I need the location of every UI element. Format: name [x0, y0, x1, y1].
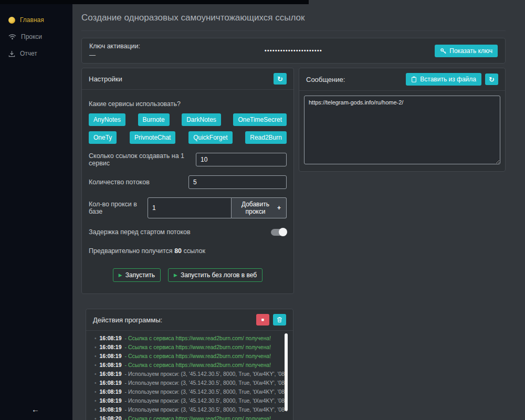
- log-entry: • 16:08:20 - Ссылка с сервиса https://ww…: [91, 414, 288, 420]
- sidebar-item-label: Отчет: [20, 50, 37, 57]
- log-message: - Используем прокси: (3, '45.142.30.5', …: [125, 371, 288, 377]
- proxy-count-input[interactable]: [148, 197, 232, 218]
- wifi-icon: [8, 34, 16, 40]
- message-title: Сообщение:: [306, 76, 345, 83]
- home-icon: [8, 17, 15, 24]
- masked-key: ••••••••••••••••••••••: [265, 48, 322, 54]
- service-button[interactable]: PrivnoteChat: [130, 131, 175, 144]
- estimate-count: 80: [174, 247, 182, 255]
- sidebar-item-report[interactable]: Отчет: [0, 45, 72, 62]
- sidebar-item-label: Прокси: [21, 33, 42, 40]
- log-message: - Используем прокси: (3, '45.142.30.5', …: [125, 388, 288, 395]
- links-per-service-label: Сколько ссылок создавать на 1 сервис: [89, 152, 196, 167]
- log-entry: • 16:08:19 - Ссылка с сервиса https://ww…: [91, 360, 288, 369]
- run-no-logs-button[interactable]: ▶ Запустить без логов в веб: [168, 268, 262, 282]
- log-entry: • 16:08:19 - Ссылка с сервиса https://ww…: [91, 333, 288, 342]
- main-content: Создание одноразовых самоуничтожающихся …: [72, 0, 525, 420]
- log-message: - Ссылка с сервиса https://www.read2burn…: [125, 335, 271, 341]
- log-entry: • 16:08:19 - Ссылка с сервиса https://ww…: [91, 351, 288, 360]
- stop-icon: ■: [261, 317, 264, 322]
- log-message: - Используем прокси: (3, '45.142.30.5', …: [125, 397, 288, 404]
- delay-toggle[interactable]: [271, 229, 287, 236]
- bullet-icon: •: [94, 380, 97, 386]
- bullet-icon: •: [94, 335, 97, 341]
- play-icon: ▶: [174, 272, 177, 278]
- bullet-icon: •: [94, 371, 97, 377]
- log-entry: • 16:08:19 - Используем прокси: (3, '45.…: [91, 405, 288, 414]
- activation-key-value: —: [89, 51, 265, 59]
- log-scrollbar: [285, 333, 288, 420]
- links-per-service-input[interactable]: [196, 153, 287, 166]
- page-title: Создание одноразовых самоуничтожающихся …: [81, 13, 506, 31]
- services-list: AnyNotes Burnote DarkNotes OneTimeSecret…: [89, 113, 287, 144]
- log-message: - Ссылка с сервиса https://www.read2burn…: [125, 415, 271, 420]
- log-timestamp: 16:08:19: [100, 371, 122, 377]
- sidebar-nav: Главная Прокси Отчет: [0, 0, 72, 62]
- log-timestamp: 16:08:19: [100, 335, 122, 341]
- service-button[interactable]: DarkNotes: [182, 113, 221, 126]
- clipboard-icon: [411, 76, 417, 82]
- service-button[interactable]: AnyNotes: [89, 113, 125, 126]
- delay-label: Задержка перед стартом потоков: [89, 228, 191, 236]
- log-entry: • 16:08:19 - Используем прокси: (3, '45.…: [91, 369, 288, 378]
- settings-title: Настройки: [89, 75, 122, 83]
- key-icon: [440, 48, 446, 54]
- log-scrollbar-thumb[interactable]: [285, 333, 288, 411]
- sidebar-item-home[interactable]: Главная: [0, 12, 72, 28]
- log-timestamp: 16:08:19: [100, 397, 122, 404]
- bullet-icon: •: [94, 416, 97, 420]
- sidebar-item-label: Главная: [20, 16, 44, 24]
- actions-title: Действия программы:: [93, 316, 162, 324]
- log-timestamp: 16:08:19: [100, 344, 122, 350]
- threads-label: Количество потоков: [89, 178, 150, 186]
- add-proxy-button[interactable]: Добавить прокси +: [232, 197, 287, 218]
- download-icon: [8, 50, 15, 57]
- bullet-icon: •: [94, 407, 97, 413]
- settings-refresh-button[interactable]: ↻: [274, 73, 287, 85]
- log-timestamp: 16:08:19: [100, 380, 122, 386]
- log-entry: • 16:08:19 - Ссылка с сервиса https://ww…: [91, 342, 288, 351]
- activation-key-label: Ключ активации:: [89, 43, 265, 50]
- services-question: Какие сервисы использовать?: [89, 100, 287, 108]
- log-entry: • 16:08:19 - Используем прокси: (3, '45.…: [91, 378, 288, 387]
- refresh-icon: ↻: [277, 75, 283, 83]
- service-button[interactable]: OneTimeSecret: [233, 113, 287, 126]
- show-key-button[interactable]: Показать ключ: [435, 45, 498, 57]
- service-button[interactable]: Burnote: [138, 113, 170, 126]
- message-textarea[interactable]: https://telegram-gods.info/ru/home-2/: [304, 96, 500, 164]
- proxy-count-label: Кол-во прокси в базе: [89, 201, 148, 215]
- stop-button[interactable]: ■: [256, 314, 269, 326]
- log-entry: • 16:08:19 - Используем прокси: (3, '45.…: [91, 396, 288, 405]
- estimate-text: Предварительно получится 80 ссылок: [89, 247, 287, 255]
- bullet-icon: •: [94, 398, 97, 404]
- bullet-icon: •: [94, 353, 97, 359]
- paste-from-file-button[interactable]: Вставить из файла: [406, 73, 481, 86]
- sidebar-collapse-button[interactable]: ←: [32, 405, 39, 414]
- log-timestamp: 16:08:19: [100, 388, 122, 395]
- log-timestamp: 16:08:19: [100, 362, 122, 368]
- service-button[interactable]: QuickForget: [188, 131, 232, 144]
- trash-icon: [277, 317, 282, 323]
- log-timestamp: 16:08:19: [100, 353, 122, 359]
- window-top-strip: [0, 0, 309, 4]
- log-message: - Используем прокси: (3, '45.142.30.5', …: [125, 406, 288, 413]
- threads-input[interactable]: [188, 175, 287, 189]
- message-refresh-button[interactable]: ↻: [485, 74, 498, 85]
- play-icon: ▶: [119, 272, 122, 278]
- log-timestamp: 16:08:20: [100, 415, 122, 420]
- activation-key-labels: Ключ активации: —: [89, 43, 265, 59]
- settings-panel: Настройки ↻ Какие сервисы использовать? …: [81, 68, 294, 294]
- service-button[interactable]: OneTy: [89, 131, 117, 144]
- log-message: - Используем прокси: (3, '45.142.30.5', …: [125, 380, 288, 386]
- sidebar-item-proxy[interactable]: Прокси: [0, 28, 72, 45]
- sidebar: Главная Прокси Отчет ←: [0, 0, 72, 420]
- bullet-icon: •: [94, 362, 97, 368]
- refresh-icon: ↻: [489, 76, 495, 83]
- service-button[interactable]: Read2Burn: [245, 131, 287, 144]
- clear-log-button[interactable]: [273, 314, 286, 326]
- log-timestamp: 16:08:19: [100, 406, 122, 413]
- program-actions-panel: Действия программы: ■: [86, 309, 293, 420]
- run-button[interactable]: ▶ Запустить: [113, 268, 161, 282]
- log-entry: • 16:08:19 - Используем прокси: (3, '45.…: [91, 387, 288, 396]
- plus-icon: +: [277, 204, 281, 212]
